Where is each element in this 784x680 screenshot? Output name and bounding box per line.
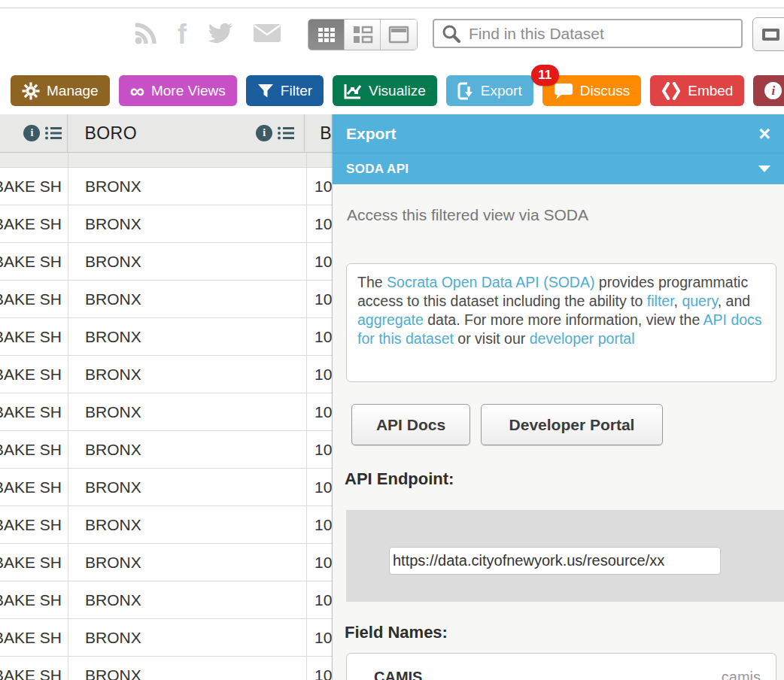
cell-dba[interactable]: BAKE SH (0, 469, 68, 505)
soda-api-link[interactable]: Socrata Open Data API (SODA) (387, 274, 594, 290)
table-row[interactable]: BAKE SH BRONX 10 (0, 657, 333, 680)
cell-building[interactable]: 10 (307, 431, 333, 468)
cell-dba[interactable]: BAKE SH (0, 318, 68, 355)
table-row[interactable]: BAKE SH BRONX 10 (0, 393, 333, 431)
table-row[interactable]: BAKE SH BRONX 10 (0, 581, 333, 619)
cell-dba[interactable]: BAKE SH (0, 619, 68, 656)
column-header-building[interactable]: B (305, 114, 333, 152)
table-row[interactable]: BAKE SH BRONX 10 (0, 205, 333, 243)
filter-link[interactable]: filter (647, 293, 674, 309)
embed-label: Embed (688, 83, 733, 99)
chevron-down-icon[interactable] (758, 165, 770, 172)
table-row[interactable]: BAKE SH BRONX 10 (0, 356, 333, 393)
cell-dba[interactable]: BAKE SH (0, 205, 68, 242)
cell-boro[interactable]: BRONX (68, 581, 307, 618)
facebook-icon[interactable]: f (178, 22, 187, 47)
about-button[interactable]: i About (753, 75, 784, 106)
export-button[interactable]: Export (446, 75, 533, 106)
visualize-button[interactable]: Visualize (333, 75, 437, 106)
info-icon[interactable]: i (256, 125, 272, 141)
column-header-dba[interactable]: i (0, 114, 68, 152)
cell-boro[interactable]: BRONX (68, 469, 307, 505)
cell-building[interactable]: 10 (307, 205, 333, 242)
cell-boro[interactable]: BRONX (68, 318, 307, 355)
cell-building[interactable]: 10 (307, 657, 333, 680)
embed-button[interactable]: Embed (650, 75, 744, 106)
cell-boro[interactable]: BRONX (68, 657, 307, 680)
fullscreen-icon (762, 29, 779, 41)
cell-dba[interactable]: BAKE SH (0, 168, 68, 205)
cell-building[interactable]: 10 (307, 281, 333, 317)
rich-view-button[interactable] (345, 20, 381, 50)
cell-dba[interactable]: BAKE SH (0, 581, 68, 618)
twitter-icon[interactable] (206, 23, 233, 47)
cell-building[interactable]: 10 (307, 544, 333, 581)
manage-label: Manage (47, 83, 99, 99)
cell-dba[interactable]: BAKE SH (0, 356, 68, 393)
developer-portal-button[interactable]: Developer Portal (481, 404, 663, 445)
manage-button[interactable]: Manage (11, 75, 110, 106)
cell-boro[interactable]: BRONX (68, 431, 307, 468)
table-row[interactable]: BAKE SH BRONX 10 (0, 619, 333, 657)
column-menu-icon[interactable] (44, 125, 62, 141)
developer-portal-link[interactable]: developer portal (530, 330, 635, 347)
cell-boro[interactable]: BRONX (68, 168, 307, 205)
find-in-dataset-search[interactable]: Find in this Dataset (433, 19, 743, 48)
email-icon[interactable] (253, 23, 281, 46)
table-row[interactable]: BAKE SH BRONX 10 (0, 281, 333, 318)
cell-building[interactable]: 10 (307, 243, 333, 280)
rich-view-icon (352, 25, 373, 44)
cell-dba[interactable]: BAKE SH (0, 243, 68, 280)
cell-boro[interactable]: BRONX (68, 243, 307, 280)
discuss-label: Discuss (580, 83, 631, 99)
cell-boro[interactable]: BRONX (68, 619, 307, 656)
cell-dba[interactable]: BAKE SH (0, 544, 68, 581)
cell-building[interactable]: 10 (307, 581, 333, 618)
discuss-button[interactable]: 11 Discuss (542, 75, 642, 106)
cell-building[interactable]: 10 (307, 168, 333, 205)
cell-boro[interactable]: BRONX (68, 544, 307, 581)
table-row[interactable]: BAKE SH BRONX 10 (0, 469, 333, 506)
cell-dba[interactable]: BAKE SH (0, 393, 68, 430)
grid-view-button[interactable] (308, 20, 345, 50)
fullscreen-button[interactable] (752, 17, 784, 51)
aggregate-link[interactable]: aggregate (357, 311, 424, 328)
filter-button[interactable]: Filter (246, 75, 324, 106)
field-row: CAMIS camis (374, 669, 761, 680)
soda-api-section-header[interactable]: SODA API (333, 153, 784, 184)
page-view-button[interactable] (381, 20, 417, 50)
cell-boro[interactable]: BRONX (68, 506, 307, 543)
cell-building[interactable]: 10 (307, 393, 333, 430)
column-menu-icon[interactable] (277, 125, 295, 141)
cell-building[interactable]: 10 (307, 506, 333, 543)
field-names-box: CAMIS camis (346, 653, 776, 680)
cell-dba[interactable]: BAKE SH (0, 281, 68, 317)
query-link[interactable]: query (682, 293, 717, 309)
table-row[interactable]: BAKE SH BRONX 10 (0, 243, 333, 281)
api-endpoint-input[interactable]: https://data.cityofnewyork.us/resource/x… (389, 547, 721, 575)
export-label: Export (481, 83, 522, 99)
cell-boro[interactable]: BRONX (68, 281, 307, 317)
column-header-boro[interactable]: BORO i (68, 114, 305, 152)
gear-icon (22, 82, 40, 100)
cell-dba[interactable]: BAKE SH (0, 506, 68, 543)
cell-boro[interactable]: BRONX (68, 356, 307, 393)
table-row[interactable]: BAKE SH BRONX 10 (0, 431, 333, 469)
rss-icon[interactable] (134, 21, 158, 48)
close-icon[interactable]: × (758, 126, 770, 141)
cell-dba[interactable]: BAKE SH (0, 431, 68, 468)
cell-building[interactable]: 10 (307, 619, 333, 656)
table-row[interactable]: BAKE SH BRONX 10 (0, 506, 333, 544)
cell-dba[interactable]: BAKE SH (0, 657, 68, 680)
cell-boro[interactable]: BRONX (68, 393, 307, 430)
more-views-button[interactable]: ∞ More Views (119, 75, 237, 106)
cell-boro[interactable]: BRONX (68, 205, 307, 242)
table-row[interactable]: BAKE SH BRONX 10 (0, 168, 333, 205)
table-row[interactable]: BAKE SH BRONX 10 (0, 544, 333, 581)
api-docs-button[interactable]: API Docs (351, 404, 470, 445)
table-row[interactable]: BAKE SH BRONX 10 (0, 318, 333, 356)
cell-building[interactable]: 10 (307, 469, 333, 505)
cell-building[interactable]: 10 (307, 356, 333, 393)
cell-building[interactable]: 10 (307, 318, 333, 355)
info-icon[interactable]: i (23, 125, 40, 141)
